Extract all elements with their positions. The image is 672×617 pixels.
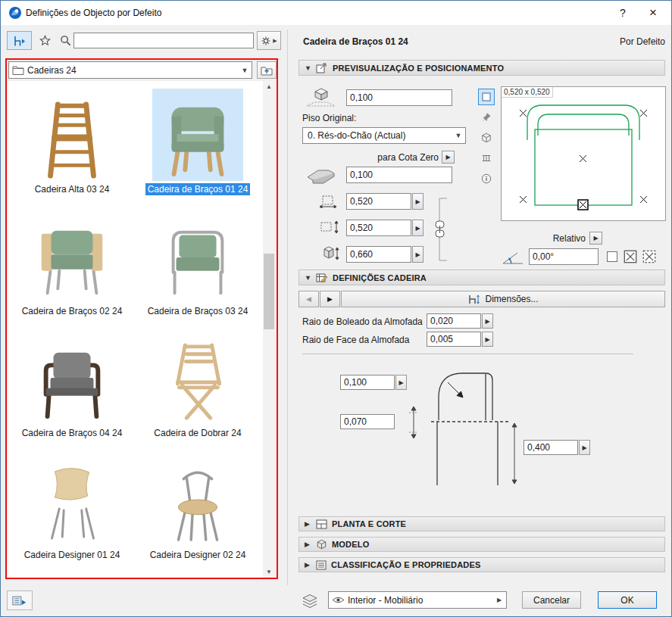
floor-combo-value: 0. Rés-do-Chão (Actual) [308, 130, 453, 141]
diagram-left-input[interactable]: 0,070 [340, 414, 395, 429]
chevron-down-icon: ▼ [239, 67, 250, 74]
chair-view-icon [13, 35, 26, 47]
chair-thumbnail [152, 89, 243, 181]
section-classification[interactable]: ▶ CLASSIFICAÇÃO E PROPRIEDADES [298, 557, 665, 572]
folder-view-toggle[interactable] [7, 31, 32, 50]
panel-divider [287, 30, 288, 585]
arrow-left-icon: ◀ [306, 295, 311, 303]
list-scrollbar[interactable]: ▲ ▼ [263, 81, 275, 578]
settings-gear-button[interactable]: ▶ [257, 31, 281, 50]
dim-x-menu-button[interactable]: ▶ [412, 193, 424, 210]
help-button[interactable]: ? [611, 4, 634, 22]
list-item[interactable]: Cadeira de Braços 04 24 [10, 331, 134, 450]
diagram-bottom-input[interactable]: 0,400 [524, 440, 578, 455]
chevron-right-icon: ▶ [273, 38, 277, 44]
dim-z-icon [319, 246, 340, 261]
list-item[interactable]: Cadeira Designer 02 24 [136, 453, 260, 572]
diagram-bottom-menu-button[interactable]: ▶ [579, 440, 590, 455]
favorites-button[interactable] [35, 31, 55, 50]
cube-icon [481, 132, 492, 143]
preview-mode-hotspot-button[interactable] [478, 109, 495, 126]
next-page-button[interactable]: ▶ [320, 291, 340, 307]
custom-settings-icon [316, 273, 328, 283]
chair-thumbnail [27, 332, 117, 425]
link-xy-button[interactable] [433, 196, 449, 263]
section-model[interactable]: ▶ MODELO [298, 537, 665, 552]
dim-z-menu-button[interactable]: ▶ [412, 246, 424, 263]
relative-flyout-button[interactable]: ▶ [589, 232, 602, 245]
floor-combo[interactable]: 0. Rés-do-Chão (Actual) ▼ [302, 127, 466, 144]
close-button[interactable]: × [642, 4, 664, 22]
settings-page-selector[interactable]: Dimensões... [341, 291, 665, 307]
layer-stack-icon[interactable] [300, 594, 323, 608]
section-title: PREVISUALIZAÇÃO E POSICIONAMENTO [333, 64, 504, 73]
diagram-top-menu-button[interactable]: ▶ [395, 375, 407, 390]
scroll-thumb[interactable] [264, 254, 274, 329]
list-item-label: Cadeira de Braços 02 24 [20, 305, 125, 317]
pin-icon [481, 112, 492, 123]
layer-combo[interactable]: Interior - Mobiliário ▶ [328, 591, 507, 609]
dim-y-input[interactable]: 0,520 [346, 220, 411, 236]
chair-thumbnail [27, 210, 117, 303]
search-input[interactable] [73, 33, 254, 48]
preview-mode-section-button[interactable] [478, 150, 495, 167]
dim-x-input[interactable]: 0,520 [346, 193, 411, 210]
settings-page-label: Dimensões... [485, 294, 538, 304]
scroll-down-arrow[interactable]: ▼ [263, 566, 275, 578]
rotation-angle-input[interactable]: 0,00° [529, 248, 599, 265]
chair-thumbnail [27, 454, 117, 547]
mirror-checkbox[interactable] [607, 251, 617, 262]
anchor-option-dashed-icon[interactable] [642, 250, 656, 263]
preview-viewport[interactable]: 0,520 x 0,520 [501, 86, 666, 221]
param-label: Raio de Face da Almofada [302, 335, 409, 345]
ok-button[interactable]: OK [598, 591, 657, 609]
classification-list-icon [316, 560, 327, 570]
preview-mode-3d-button[interactable] [478, 129, 495, 146]
bottom-elevation-input[interactable]: 0,100 [346, 167, 452, 183]
list-item[interactable]: Cadeira de Dobrar 24 [136, 331, 260, 450]
eye-icon [332, 596, 345, 604]
preview-mode-plan-button[interactable] [478, 89, 495, 105]
dim-y-menu-button[interactable]: ▶ [412, 220, 424, 236]
list-item[interactable]: Cadeira de Braços 02 24 [10, 209, 134, 329]
top-elevation-input[interactable]: 0,100 [346, 89, 452, 106]
default-state-label: Por Defeito [577, 36, 665, 47]
chair-elevation-diagram [422, 361, 524, 497]
list-item[interactable]: Cadeira de Braços 03 24 [136, 209, 260, 329]
preview-position-icon [316, 63, 328, 73]
disclosure-down-icon: ▼ [305, 274, 311, 282]
anchor-option-icon[interactable] [624, 250, 637, 263]
dim-z-input[interactable]: 0,660 [346, 246, 411, 263]
separator-line [302, 354, 633, 354]
info-icon [481, 173, 492, 184]
gear-icon [261, 36, 271, 46]
preview-info-button[interactable] [478, 170, 495, 187]
model-cube-icon [316, 539, 327, 550]
section-plan-and-section[interactable]: ▶ PLANTA E CORTE [298, 516, 665, 531]
folder-combo[interactable]: Cadeiras 24 ▼ [8, 61, 252, 79]
rotation-icon [501, 250, 525, 266]
param-input[interactable]: 0,005 [427, 332, 481, 347]
section-preview-position[interactable]: ▼ PREVISUALIZAÇÃO E POSICIONAMENTO [298, 60, 665, 76]
folder-up-button[interactable] [257, 61, 277, 79]
diagram-top-input[interactable]: 0,100 [340, 375, 395, 390]
list-item-selected[interactable]: Cadeira de Braços 01 24 [136, 87, 260, 207]
section-fence-icon [481, 153, 492, 164]
object-place-icon [12, 594, 27, 607]
list-item-label: Cadeira Alta 03 24 [33, 183, 112, 195]
param-menu-button[interactable]: ▶ [482, 313, 493, 329]
section-chair-settings[interactable]: ▼ DEFINIÇÕES CADEIRA [298, 270, 665, 285]
param-menu-button[interactable]: ▶ [482, 332, 493, 347]
list-item[interactable]: Cadeira Alta 03 24 [10, 87, 134, 207]
prev-page-button[interactable]: ◀ [298, 291, 319, 307]
param-label: Raio de Boleado da Almofada [302, 316, 423, 327]
scroll-up-arrow[interactable]: ▲ [263, 81, 275, 92]
preview-size-label: 0,520 x 0,520 [502, 87, 553, 98]
to-zero-flyout-button[interactable]: ▶ [442, 151, 455, 164]
place-object-button[interactable] [7, 591, 33, 610]
list-item-label: Cadeira Designer 02 24 [148, 549, 248, 561]
param-input[interactable]: 0,020 [427, 313, 481, 329]
cancel-button[interactable]: Cancelar [522, 591, 581, 609]
list-item[interactable]: Cadeira Designer 01 24 [10, 453, 134, 572]
flyout-arrow-icon: ▶ [593, 235, 598, 242]
